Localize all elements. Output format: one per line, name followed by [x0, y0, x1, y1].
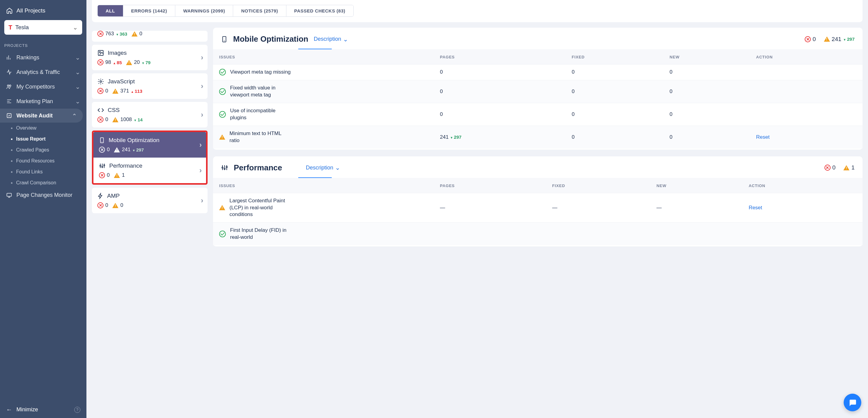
table-row[interactable]: Viewport meta tag missing 0 0 0	[213, 64, 863, 80]
category-list: 763 363 0 Images 98 85 20 79	[92, 28, 208, 413]
table-row[interactable]: Minimum text to HTML ratio 241 297 0 0 R…	[213, 126, 863, 148]
svg-point-1	[9, 85, 11, 87]
tab-all[interactable]: ALL	[98, 5, 123, 17]
chevron-right-icon	[201, 82, 203, 90]
sliders-icon	[221, 164, 228, 171]
description-dropdown[interactable]: Description	[314, 36, 348, 43]
category-card-amp[interactable]: AMP 0 0	[92, 188, 208, 213]
tab-passed[interactable]: PASSED CHECKS (83)	[286, 5, 353, 17]
reset-button[interactable]: Reset	[749, 205, 762, 211]
svg-point-10	[104, 165, 105, 166]
sub-overview[interactable]: Overview	[0, 123, 87, 134]
table-row[interactable]: Largest Contentful Paint (LCP) in real-w…	[213, 193, 863, 223]
list-icon	[6, 98, 12, 104]
sub-crawled-pages[interactable]: Crawled Pages	[0, 144, 87, 156]
home-icon	[6, 7, 13, 14]
table-row[interactable]: Use of incompatible plugins 0 0 0	[213, 103, 863, 126]
warning-icon	[112, 117, 118, 122]
mobile-icon	[221, 35, 228, 43]
svg-rect-3	[7, 193, 11, 196]
activity-icon	[6, 69, 12, 75]
table-row[interactable]: First Input Delay (FID) in real-world	[213, 223, 863, 245]
gear-icon	[97, 78, 104, 85]
code-icon	[97, 107, 104, 114]
table-row[interactable]: Fixed width value in viewport meta tag 0…	[213, 80, 863, 103]
chevron-right-icon	[201, 196, 203, 205]
svg-rect-7	[100, 138, 103, 143]
warning-icon	[131, 31, 137, 36]
warning-icon	[843, 165, 849, 170]
chevron-down-icon	[75, 68, 80, 76]
warning-icon	[219, 134, 225, 140]
error-icon	[97, 117, 103, 123]
project-name: Tesla	[15, 24, 29, 31]
nav-page-changes[interactable]: Page Changes Monitor	[0, 188, 87, 202]
detail-performance: Performance Description 0 1 I	[213, 156, 863, 247]
tab-warnings[interactable]: WARNINGS (2099)	[175, 5, 234, 17]
sub-crawl-comparison[interactable]: Crawl Comparison	[0, 178, 87, 188]
chevron-right-icon	[201, 53, 203, 62]
error-icon	[97, 88, 103, 94]
warning-icon	[126, 60, 132, 65]
all-projects-label: All Projects	[17, 7, 45, 14]
chevron-up-icon: ⌄	[72, 112, 77, 119]
tab-errors[interactable]: ERRORS (1442)	[123, 5, 175, 17]
svg-point-5	[99, 52, 100, 53]
tab-notices[interactable]: NOTICES (2579)	[233, 5, 286, 17]
main-content: ALL ERRORS (1442) WARNINGS (2099) NOTICE…	[87, 0, 868, 418]
category-card-mobile[interactable]: Mobile Optimization 0 241 297	[93, 132, 206, 158]
chevron-right-icon	[201, 110, 203, 119]
detail-panel: Mobile Optimization Description 0 241 29…	[213, 28, 863, 413]
error-icon	[97, 31, 103, 37]
svg-rect-11	[223, 36, 226, 42]
sub-found-resources[interactable]: Found Resources	[0, 156, 87, 166]
error-icon	[99, 172, 105, 178]
chevron-down-icon	[343, 36, 348, 43]
category-card-javascript[interactable]: JavaScript 0 371 113	[92, 73, 208, 99]
minimize-button[interactable]: Minimize ?	[0, 401, 87, 418]
arrow-left-icon	[6, 406, 12, 413]
nav-competitors[interactable]: My Competitors	[0, 79, 87, 94]
chevron-down-icon	[75, 98, 80, 105]
section-title: Performance	[234, 163, 282, 172]
chevron-down-icon	[75, 83, 80, 90]
chevron-right-icon	[199, 140, 202, 149]
error-icon	[99, 147, 105, 153]
nav-marketing-plan[interactable]: Marketing Plan	[0, 94, 87, 108]
filter-tabs-bar: ALL ERRORS (1442) WARNINGS (2099) NOTICE…	[92, 0, 863, 22]
warning-icon	[112, 89, 118, 94]
performance-issues-table: ISSUES PAGES FIXED NEW ACTION Largest Co…	[213, 178, 863, 246]
ok-icon	[219, 231, 226, 237]
nav-website-audit[interactable]: Website Audit ⌄	[0, 108, 83, 123]
warning-icon	[114, 173, 120, 178]
sub-issue-report[interactable]: Issue Report	[0, 134, 87, 144]
category-card-css[interactable]: CSS 0 1008 14	[92, 102, 208, 127]
warning-icon	[112, 203, 118, 208]
ok-icon	[219, 111, 226, 118]
detail-mobile-optimization: Mobile Optimization Description 0 241 29…	[213, 28, 863, 150]
bar-chart-icon	[6, 55, 12, 61]
svg-point-8	[100, 165, 101, 166]
nav-rankings[interactable]: Rankings	[0, 50, 87, 65]
project-selector[interactable]: T Tesla	[4, 20, 82, 35]
users-icon	[6, 84, 12, 90]
chat-icon	[848, 398, 857, 407]
mobile-icon	[99, 137, 105, 143]
category-card-images[interactable]: Images 98 85 20 79	[92, 45, 208, 70]
description-dropdown[interactable]: Description	[306, 164, 340, 171]
warning-icon	[824, 36, 830, 42]
help-icon[interactable]: ?	[74, 407, 80, 413]
error-icon	[825, 165, 831, 171]
all-projects-link[interactable]: All Projects	[0, 4, 87, 17]
error-icon	[805, 36, 811, 42]
svg-point-6	[100, 81, 102, 83]
warning-icon	[114, 147, 120, 153]
chat-fab[interactable]	[844, 394, 861, 411]
category-card-performance[interactable]: Performance 0 1	[93, 158, 206, 183]
category-card-partial[interactable]: 763 363 0	[92, 31, 208, 42]
reset-button[interactable]: Reset	[756, 134, 769, 140]
chevron-right-icon	[199, 166, 202, 174]
sub-found-links[interactable]: Found Links	[0, 166, 87, 178]
nav-analytics[interactable]: Analytics & Traffic	[0, 65, 87, 79]
image-icon	[97, 50, 104, 56]
